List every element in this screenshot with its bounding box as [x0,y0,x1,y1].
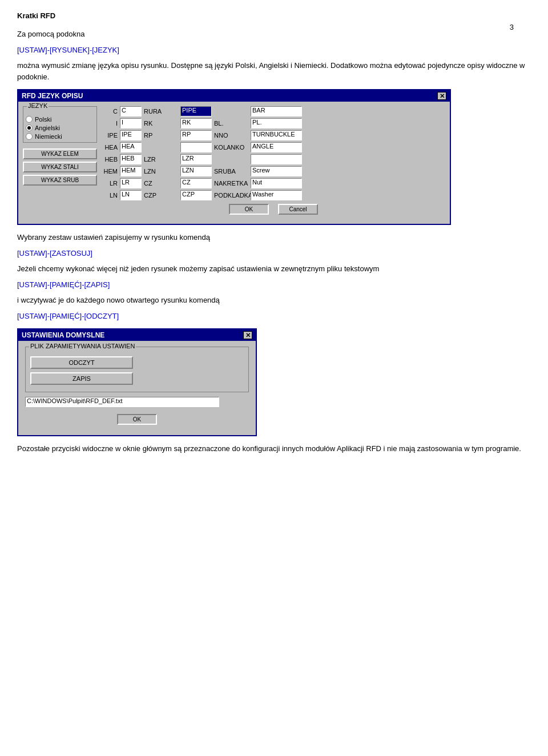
input-hem[interactable]: HEM [120,166,142,176]
page-number: 3 [510,23,514,31]
para-5: i wczytywać je do każdego nowo otwartego… [17,295,531,306]
dialog1-cancel-button[interactable]: Cancel [278,204,318,215]
dialog2-close-button[interactable]: ✕ [243,331,252,339]
input-angle[interactable]: ANGLE [251,142,302,152]
link-4: [USTAW]-[PAMIĘĆ]-[ODCZYT] [17,311,531,322]
input-i[interactable]: I [120,118,142,128]
para-1: Za pomocą podokna [17,29,531,40]
dialog-ustawienia: USTAWIENIA DOMYSLNE ✕ PLIK ZAPAMIETYWANI… [17,328,257,436]
zapis-button[interactable]: ZAPIS [30,372,133,385]
link-1: [USTAW]-[RYSUNEK]-[JEZYK] [17,45,531,56]
radio-niemiecki-label: Niemiecki [35,133,62,140]
radio-angielski-circle [26,124,33,131]
file-path-row: C:\WINDOWS\Pulpit\RFD_DEF.txt [25,397,249,407]
input-turnbuckle[interactable]: TURNBUCKLE [251,130,302,140]
table-row: IPE IPE RP RP NNO TURNBUCKLE [102,130,445,140]
dialog2-titlebar: USTAWIENIA DOMYSLNE ✕ [18,329,256,341]
input-pipe[interactable]: PIPE [180,106,212,116]
dialog-rfd-jezyk: RFD JEZYK OPISU ✕ JEZYK Polski Angielski [17,89,451,225]
wykaz-elem-button[interactable]: WYKAZ ELEM [23,148,97,159]
table-row: LN LN CZP CZP PODKLADKA Washer [102,190,445,200]
input-ln[interactable]: LN [120,190,142,200]
dialog1-close-button[interactable]: ✕ [437,92,446,100]
input-lr[interactable]: LR [120,178,142,188]
input-lzn[interactable]: LZN [180,166,212,176]
file-path-input[interactable]: C:\WINDOWS\Pulpit\RFD_DEF.txt [25,397,219,407]
para-3: Wybrany zestaw ustawień zapisujemy w rys… [17,232,531,243]
dialog1-titlebar: RFD JEZYK OPISU ✕ [18,90,450,102]
page-title: Kratki RFD [17,11,55,20]
radio-polski[interactable]: Polski [26,116,94,123]
dialog2-ok-button[interactable]: OK [117,414,157,425]
dialog1-left-panel: JEZYK Polski Angielski Niemiecki [23,106,97,219]
radio-niemiecki-circle [26,133,33,140]
table-row: C C RURA PIPE BAR [102,106,445,116]
input-hea[interactable]: HEA [120,142,142,152]
dialog1-title: RFD JEZYK OPISU [22,92,83,100]
input-pl[interactable]: PL. [251,118,302,128]
input-lzr[interactable]: LZR [180,154,212,164]
dialog2-title: USTAWIENIA DOMYSLNE [22,331,104,339]
radio-angielski-label: Angielski [35,124,60,131]
language-group: JEZYK Polski Angielski Niemiecki [23,106,97,143]
dialog1-footer: OK Cancel [102,200,445,219]
dialog2-body: PLIK ZAPAMIETYWANIA USTAWIEN ODCZYT ZAPI… [18,341,256,435]
dialog1-ok-button[interactable]: OK [229,204,269,215]
dialog1-grid: C C RURA PIPE BAR I I RK RK BL. PL. [102,106,445,219]
radio-polski-label: Polski [35,116,51,123]
radio-polski-circle [26,116,33,123]
dialog2-group-label: PLIK ZAPAMIETYWANIA USTAWIEN [29,343,136,349]
wykaz-stali-button[interactable]: WYKAZ STALI [23,162,97,172]
radio-niemiecki[interactable]: Niemiecki [26,133,94,140]
dialog2-footer: OK [25,412,249,429]
dialog2-group: PLIK ZAPAMIETYWANIA USTAWIEN ODCZYT ZAPI… [25,347,249,392]
table-row: HEB HEB LZR LZR [102,154,445,164]
odczyt-button[interactable]: ODCZYT [30,356,133,369]
input-cz[interactable]: CZ [180,178,212,188]
input-nut[interactable]: Nut [251,178,302,188]
input-bar[interactable]: BAR [251,106,302,116]
table-row: I I RK RK BL. PL. [102,118,445,128]
input-rp[interactable]: RP [180,130,212,140]
table-row: HEM HEM LZN LZN SRUBA Screw [102,166,445,176]
input-czp[interactable]: CZP [180,190,212,200]
input-empty3[interactable] [180,142,212,152]
link-3: [USTAW]-[PAMIĘĆ]-[ZAPIS] [17,279,531,291]
para-4: Jeżeli chcemy wykonać więcej niż jeden r… [17,263,531,275]
table-row: HEA HEA KOLANKO ANGLE [102,142,445,152]
grid-rows-container: C C RURA PIPE BAR I I RK RK BL. PL. [102,106,445,200]
input-empty4[interactable] [251,154,302,164]
input-ipe[interactable]: IPE [120,130,142,140]
language-group-label: JEZYK [27,102,49,109]
input-washer[interactable]: Washer [251,190,302,200]
wykaz-srub-button[interactable]: WYKAZ SRUB [23,175,97,186]
language-radio-group: Polski Angielski Niemiecki [26,116,94,140]
dialog2-buttons: ODCZYT ZAPIS [30,354,244,387]
input-c[interactable]: C [120,106,142,116]
link-2: [USTAW]-[ZASTOSUJ] [17,248,531,259]
input-screw[interactable]: Screw [251,166,302,176]
para-2: można wymusić zmianę języka opisu rysunk… [17,60,531,82]
input-heb[interactable]: HEB [120,154,142,164]
input-rk[interactable]: RK [180,118,212,128]
table-row: LR LR CZ CZ NAKRETKA Nut [102,178,445,188]
radio-angielski[interactable]: Angielski [26,124,94,131]
para-6: Pozostałe przyciski widoczne w oknie głó… [17,443,531,455]
